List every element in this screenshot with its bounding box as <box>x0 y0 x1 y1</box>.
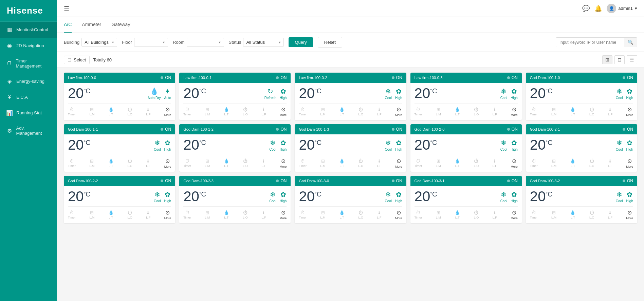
sidebar-item-running[interactable]: 📊 Running Stat <box>0 105 57 121</box>
ctrl-lf[interactable]: 🌡 L.F <box>261 107 266 116</box>
room-select[interactable] <box>187 38 224 47</box>
status-select[interactable]: All Status <box>243 38 284 47</box>
ctrl-timer[interactable]: ⏱ Timer <box>299 158 307 168</box>
ctrl-lt[interactable]: 💧 L.T <box>108 158 114 168</box>
floor-select[interactable] <box>134 38 168 47</box>
ctrl-lm[interactable]: ⊞ L.M <box>320 107 326 116</box>
ctrl-lt[interactable]: 💧 L.T <box>108 210 114 219</box>
ctrl-lo[interactable]: ⏻ L.O <box>474 107 479 116</box>
ctrl-lt[interactable]: 💧 L.T <box>339 158 345 168</box>
reset-button[interactable]: Reset <box>318 37 342 48</box>
ctrl-more[interactable]: ⊙ More <box>395 158 402 168</box>
ctrl-lo[interactable]: ⏻ L.O <box>474 158 479 168</box>
ctrl-lt[interactable]: 💧 L.T <box>455 107 460 116</box>
chat-icon[interactable]: 💬 <box>582 5 590 12</box>
ctrl-lo[interactable]: ⏻ L.O <box>358 210 364 219</box>
ctrl-lm[interactable]: ⊞ L.M <box>320 158 326 168</box>
ctrl-more[interactable]: ⊙ More <box>511 158 518 168</box>
ctrl-lt[interactable]: 💧 L.T <box>339 107 345 116</box>
tab-ac[interactable]: A/C <box>64 17 72 33</box>
ctrl-timer[interactable]: ⏱ Timer <box>183 210 191 219</box>
ctrl-lf[interactable]: 🌡 L.F <box>377 158 382 168</box>
ctrl-timer[interactable]: ⏱ Timer <box>530 158 538 168</box>
ctrl-lm[interactable]: ⊞ L.M <box>89 107 94 116</box>
ctrl-lo[interactable]: ⏻ L.O <box>243 158 248 168</box>
ctrl-lf[interactable]: 🌡 L.F <box>377 107 382 116</box>
ctrl-timer[interactable]: ⏱ Timer <box>68 210 76 219</box>
ctrl-lf[interactable]: 🌡 L.F <box>261 210 266 219</box>
ctrl-more[interactable]: ⊙ More <box>164 106 171 117</box>
ctrl-lo[interactable]: ⏻ L.O <box>358 107 364 116</box>
ctrl-more[interactable]: ⊙ More <box>395 106 402 117</box>
sidebar-item-adv[interactable]: ⚙ Adv. Management <box>0 121 57 140</box>
view-list[interactable]: ☰ <box>627 55 637 64</box>
ctrl-timer[interactable]: ⏱ Timer <box>415 158 422 168</box>
ctrl-timer[interactable]: ⏱ Timer <box>530 107 538 116</box>
ctrl-lt[interactable]: 💧 L.T <box>455 210 460 219</box>
query-button[interactable]: Query <box>289 37 313 47</box>
sidebar-item-monitor[interactable]: ▦ Monitor&Control <box>0 22 57 38</box>
ctrl-lf[interactable]: 🌡 L.F <box>608 107 612 116</box>
ctrl-lf[interactable]: 🌡 L.F <box>146 210 150 219</box>
ctrl-lo[interactable]: ⏻ L.O <box>589 210 594 219</box>
ctrl-timer[interactable]: ⏱ Timer <box>68 107 76 116</box>
bell-icon[interactable]: 🔔 <box>594 5 602 12</box>
hamburger-icon[interactable]: ☰ <box>64 5 69 12</box>
sidebar-item-energy[interactable]: ◈ Energy-saving <box>0 73 57 89</box>
ctrl-lm[interactable]: ⊞ L.M <box>436 158 441 168</box>
tab-ammeter[interactable]: Ammeter <box>82 17 101 33</box>
ctrl-lo[interactable]: ⏻ L.O <box>243 107 248 116</box>
ctrl-timer[interactable]: ⏱ Timer <box>299 210 307 219</box>
ctrl-timer[interactable]: ⏱ Timer <box>68 158 76 168</box>
ctrl-lm[interactable]: ⊞ L.M <box>320 210 326 219</box>
tab-gateway[interactable]: Gateway <box>111 17 130 33</box>
ctrl-timer[interactable]: ⏱ Timer <box>530 210 538 219</box>
view-large-grid[interactable]: ⊞ <box>602 55 612 64</box>
ctrl-lm[interactable]: ⊞ L.M <box>436 210 441 219</box>
ctrl-lf[interactable]: 🌡 L.F <box>608 158 612 168</box>
ctrl-lo[interactable]: ⏻ L.O <box>127 210 132 219</box>
ctrl-lm[interactable]: ⊞ L.M <box>205 107 210 116</box>
ctrl-lo[interactable]: ⏻ L.O <box>474 210 479 219</box>
ctrl-lo[interactable]: ⏻ L.O <box>589 158 594 168</box>
building-select[interactable]: All Buildings <box>81 38 117 47</box>
ctrl-lt[interactable]: 💧 L.T <box>224 107 229 116</box>
ctrl-more[interactable]: ⊙ More <box>395 209 402 220</box>
ctrl-more[interactable]: ⊙ More <box>626 158 633 168</box>
ctrl-lf[interactable]: 🌡 L.F <box>493 158 497 168</box>
sidebar-item-timer[interactable]: ⏱ Timer Management <box>0 54 57 73</box>
ctrl-lo[interactable]: ⏻ L.O <box>127 107 132 116</box>
ctrl-lm[interactable]: ⊞ L.M <box>436 107 441 116</box>
ctrl-lt[interactable]: 💧 L.T <box>570 158 575 168</box>
ctrl-lm[interactable]: ⊞ L.M <box>205 158 210 168</box>
ctrl-lo[interactable]: ⏻ L.O <box>127 158 132 168</box>
ctrl-lt[interactable]: 💧 L.T <box>570 210 575 219</box>
ctrl-timer[interactable]: ⏱ Timer <box>415 107 422 116</box>
ctrl-more[interactable]: ⊙ More <box>626 209 633 220</box>
ctrl-more[interactable]: ⊙ More <box>164 158 171 168</box>
ctrl-lf[interactable]: 🌡 L.F <box>493 107 497 116</box>
ctrl-lo[interactable]: ⏻ L.O <box>358 158 364 168</box>
ctrl-lf[interactable]: 🌡 L.F <box>493 210 497 219</box>
ctrl-lm[interactable]: ⊞ L.M <box>551 210 556 219</box>
sidebar-item-2d-nav[interactable]: ◉ 2D Navigation <box>0 38 57 54</box>
ctrl-timer[interactable]: ⏱ Timer <box>183 158 191 168</box>
ctrl-more[interactable]: ⊙ More <box>280 209 287 220</box>
ctrl-lf[interactable]: 🌡 L.F <box>146 158 150 168</box>
ctrl-lt[interactable]: 💧 L.T <box>570 107 575 116</box>
sidebar-item-eca[interactable]: ¥ E.C.A <box>0 89 57 105</box>
ctrl-more[interactable]: ⊙ More <box>626 106 633 117</box>
admin-menu[interactable]: 👤 admin1 ▾ <box>607 4 637 13</box>
ctrl-more[interactable]: ⊙ More <box>280 106 287 117</box>
ctrl-lm[interactable]: ⊞ L.M <box>551 107 556 116</box>
ctrl-lt[interactable]: 💧 L.T <box>224 158 229 168</box>
ctrl-lt[interactable]: 💧 L.T <box>455 158 460 168</box>
ctrl-lf[interactable]: 🌡 L.F <box>146 107 150 116</box>
ctrl-timer[interactable]: ⏱ Timer <box>299 107 307 116</box>
ctrl-lm[interactable]: ⊞ L.M <box>89 210 94 219</box>
ctrl-lt[interactable]: 💧 L.T <box>339 210 345 219</box>
ctrl-lm[interactable]: ⊞ L.M <box>205 210 210 219</box>
ctrl-lm[interactable]: ⊞ L.M <box>551 158 556 168</box>
ctrl-more[interactable]: ⊙ More <box>511 209 518 220</box>
ctrl-more[interactable]: ⊙ More <box>280 158 287 168</box>
